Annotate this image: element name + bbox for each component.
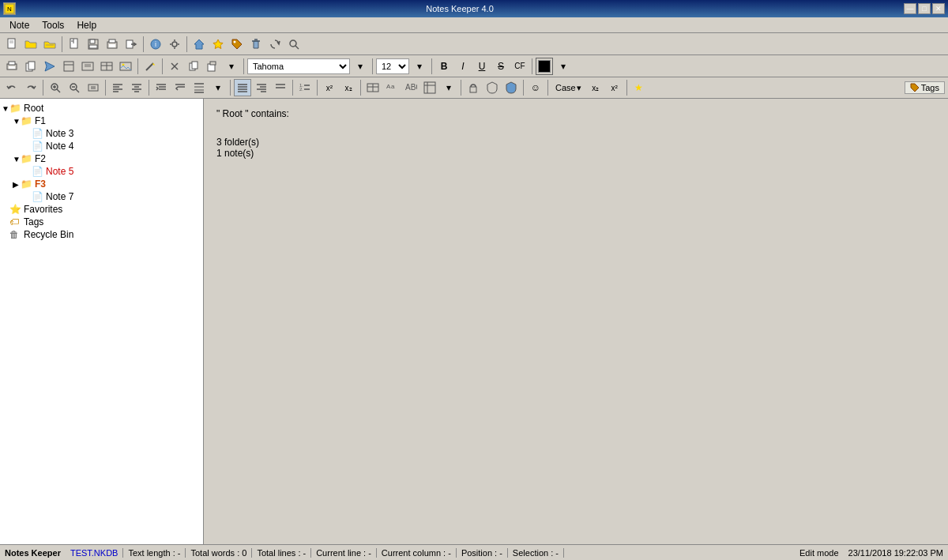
subscript2-btn[interactable]: x₂	[587, 79, 604, 96]
toolbar-sep-13	[230, 80, 231, 96]
tree-item-root[interactable]: ▼ 📁 Root	[0, 102, 203, 115]
tags-button[interactable]: Tags	[905, 81, 945, 94]
close-button[interactable]: ✕	[932, 3, 945, 14]
tree-arrow-f2[interactable]: ▼	[13, 155, 21, 163]
superscript-btn[interactable]: x²	[321, 79, 338, 96]
numbering-btn[interactable]: 1.2.	[296, 79, 314, 96]
tree-item-note4[interactable]: 📄 Note 4	[0, 140, 203, 152]
main-toolbar: i	[0, 33, 948, 55]
tags-toolbar-button[interactable]	[228, 36, 246, 53]
copy-btn[interactable]	[185, 58, 202, 75]
new-folder-button[interactable]	[22, 36, 40, 53]
protect3-btn[interactable]	[502, 79, 520, 96]
spell-btn[interactable]: ABC	[402, 79, 419, 96]
restore-button[interactable]: □	[918, 3, 931, 14]
zoom-in-btn[interactable]	[47, 79, 64, 96]
new-note-btn2[interactable]	[66, 36, 83, 53]
insert-img-btn[interactable]	[117, 58, 134, 75]
undo-button[interactable]	[3, 79, 21, 96]
zoom-fit-btn[interactable]	[85, 79, 102, 96]
find-replace-btn[interactable]: Aa	[383, 79, 401, 96]
format-dropdown-btn2[interactable]: ▾	[440, 79, 457, 96]
settings-button[interactable]	[166, 36, 183, 53]
favorites-button[interactable]	[209, 36, 227, 53]
tree-item-f3[interactable]: ▶ 📁 F3	[0, 178, 203, 190]
lock-btn[interactable]	[465, 79, 482, 96]
underline-button[interactable]: U	[473, 58, 491, 75]
svg-point-26	[234, 40, 236, 43]
tree-item-f1[interactable]: ▼ 📁 F1	[0, 115, 203, 127]
open-button[interactable]	[41, 36, 58, 53]
recycle-toolbar-button[interactable]	[247, 36, 265, 53]
insert-table-btn[interactable]	[98, 58, 115, 75]
folder-icon-f2: 📁	[21, 153, 33, 164]
superscript2-btn[interactable]: x²	[606, 79, 623, 96]
search-toolbar-button[interactable]	[285, 36, 303, 53]
subscript-btn[interactable]: x₂	[340, 79, 357, 96]
minimize-button[interactable]: —	[904, 3, 916, 14]
toolbar-sep-16	[360, 80, 361, 96]
case-button[interactable]: Case ▾	[551, 80, 585, 96]
tree-item-note7[interactable]: 📄 Note 7	[0, 190, 203, 203]
paste-dropdown-btn[interactable]: ▾	[223, 58, 240, 75]
copy-format-btn[interactable]	[22, 58, 40, 75]
strikethrough-button[interactable]: S	[492, 58, 510, 75]
status-db-name[interactable]: TEST.NKDB	[66, 548, 124, 558]
clear-format-button[interactable]: CF	[511, 58, 529, 75]
status-total-lines: Total lines : -	[252, 548, 311, 558]
tree-arrow-root[interactable]: ▼	[2, 104, 9, 113]
indent-decrease-btn[interactable]	[171, 79, 189, 96]
line-spacing-btn[interactable]	[190, 79, 208, 96]
font-size-selector[interactable]: 12 8 10 14 16	[376, 58, 409, 74]
bold-button[interactable]: B	[435, 58, 453, 75]
home-button[interactable]	[190, 36, 208, 53]
line-spacing-dropdown-btn[interactable]: ▾	[209, 79, 227, 96]
save-button[interactable]	[85, 36, 102, 53]
menu-tools[interactable]: Tools	[36, 18, 70, 32]
zoom-out-btn[interactable]	[66, 79, 83, 96]
star-btn[interactable]: ★	[630, 79, 648, 96]
manage-button[interactable]: i	[147, 36, 164, 53]
send-btn[interactable]	[41, 58, 58, 75]
tree-arrow-f3[interactable]: ▶	[13, 180, 21, 189]
tree-label-f2: F2	[35, 153, 46, 164]
table2-btn[interactable]	[364, 79, 382, 96]
tree-item-favorites[interactable]: ⭐ Favorites	[0, 203, 203, 216]
redo-button[interactable]	[22, 79, 40, 96]
format-btn2[interactable]	[421, 79, 438, 96]
align-left-btn[interactable]	[109, 79, 126, 96]
pencil-btn[interactable]	[141, 58, 159, 75]
emoji-btn[interactable]: ☺	[527, 79, 544, 96]
menu-help[interactable]: Help	[70, 18, 103, 32]
paste-btn[interactable]	[204, 58, 221, 75]
print-btn2[interactable]	[3, 58, 21, 75]
import-button[interactable]	[122, 36, 140, 53]
tree-item-tags[interactable]: 🏷 Tags	[0, 216, 203, 228]
protect2-btn[interactable]	[483, 79, 501, 96]
align-justify-btn[interactable]	[272, 79, 289, 96]
print-button[interactable]	[103, 36, 121, 53]
italic-button[interactable]: I	[454, 58, 472, 75]
size-dropdown-btn[interactable]: ▾	[411, 58, 428, 75]
font-dropdown-btn[interactable]: ▾	[352, 58, 369, 75]
font-selector[interactable]: Tahoma Arial Times New Roman	[247, 58, 350, 74]
fullscreen-btn[interactable]	[79, 58, 96, 75]
editor-content-area[interactable]: " Root " contains: 3 folder(s) 1 note(s)	[204, 99, 948, 544]
tree-item-note3[interactable]: 📄 Note 3	[0, 127, 203, 140]
refresh-button[interactable]	[266, 36, 284, 53]
align-center-btn[interactable]	[128, 79, 145, 96]
tree-item-f2[interactable]: ▼ 📁 F2	[0, 152, 203, 165]
svg-rect-54	[210, 62, 216, 65]
align-block-btn[interactable]	[234, 79, 251, 96]
expand-btn[interactable]	[60, 58, 77, 75]
indent-increase-btn[interactable]	[152, 79, 170, 96]
tree-arrow-f1[interactable]: ▼	[13, 117, 21, 126]
color-dropdown-btn[interactable]: ▾	[555, 58, 572, 75]
tree-item-recycle[interactable]: 🗑 Recycle Bin	[0, 228, 203, 241]
cut-btn[interactable]	[166, 58, 183, 75]
menu-note[interactable]: Note	[3, 18, 36, 32]
tree-item-note5[interactable]: 📄 Note 5	[0, 165, 203, 178]
new-note-button[interactable]	[3, 36, 21, 53]
align-right-btn[interactable]	[253, 79, 270, 96]
color-picker-button[interactable]	[536, 58, 553, 75]
